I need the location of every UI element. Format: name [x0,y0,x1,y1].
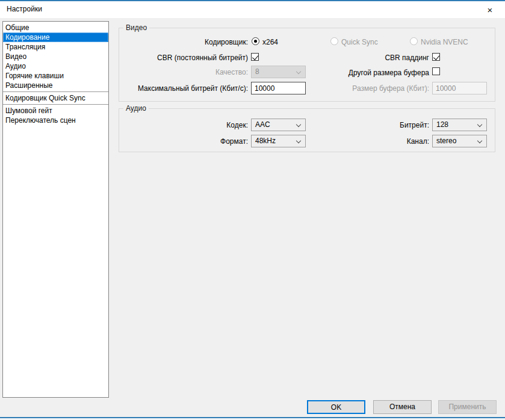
cbr-padding-checkbox[interactable] [432,53,440,61]
sidebar-item-quicksync-encoder[interactable]: Кодировщик Quick Sync [3,93,108,103]
sidebar-item-audio[interactable]: Аудио [3,61,108,71]
custom-buffer-label: Другой размера буфера [319,69,429,78]
sidebar-item-hotkeys[interactable]: Горячие клавиши [3,71,108,81]
chevron-down-icon [477,138,482,143]
buffer-size-input [432,82,487,94]
cbr-checkbox[interactable] [251,53,259,61]
format-dropdown[interactable]: 48kHz [251,135,306,147]
radio-x264-label[interactable]: x264 [262,38,278,47]
sidebar-item-general[interactable]: Общие [3,23,108,32]
audio-bitrate-dropdown[interactable]: 128 [432,119,487,131]
chevron-down-icon [296,122,301,127]
sidebar-item-encoding[interactable]: Кодирование [3,32,108,42]
radio-nvidia-nvenc-label: Nvidia NVENC [421,38,468,47]
cancel-button[interactable]: Отмена [373,400,432,414]
radio-x264[interactable] [252,37,259,45]
max-bitrate-label: Максимальный битрейт (Кбит/с): [120,84,248,93]
radio-quick-sync [330,37,338,45]
quality-dropdown: 8 [251,66,306,78]
close-icon[interactable]: × [482,3,498,16]
quality-label: Качество: [138,68,248,77]
video-group-legend: Видео [123,23,149,32]
buffer-size-label: Размер буфера (Кбит): [319,84,429,93]
apply-button: Применить [438,400,497,414]
cbr-label: CBR (постоянный битрейт) [138,54,248,63]
settings-category-list: Общие Кодирование Трансляция Видео Аудио… [2,21,109,398]
cbr-padding-label: CBR паддинг [319,54,429,63]
sidebar-item-noise-gate[interactable]: Шумовой гейт [3,106,108,116]
chevron-down-icon [477,122,482,127]
settings-dialog: Настройки × Общие Кодирование Трансляция… [0,0,505,420]
encoder-label: Кодировщик: [138,38,248,47]
sidebar-item-scene-switcher[interactable]: Переключатель сцен [3,116,108,125]
sidebar-item-broadcast[interactable]: Трансляция [3,42,108,52]
format-value: 48kHz [255,137,276,145]
window-title: Настройки [7,5,42,13]
ok-button[interactable]: OK [307,400,365,414]
sidebar-item-video[interactable]: Видео [3,52,108,61]
audio-group-legend: Аудио [123,104,149,113]
custom-buffer-checkbox[interactable] [432,67,440,75]
quality-value: 8 [255,67,259,76]
audio-bitrate-value: 128 [436,120,448,129]
radio-quick-sync-label: Quick Sync [341,38,378,47]
channel-dropdown[interactable]: stereo [432,135,487,147]
title-bar: Настройки × [0,1,505,18]
radio-nvidia-nvenc [410,37,418,45]
format-label: Формат: [138,137,248,146]
channel-label: Канал: [319,137,429,146]
codec-label: Кодек: [138,121,248,130]
codec-dropdown[interactable]: AAC [251,119,306,131]
sidebar-separator [3,104,108,105]
codec-value: AAC [255,120,270,129]
sidebar-separator [3,91,108,92]
max-bitrate-input[interactable] [251,82,306,94]
channel-value: stereo [436,137,456,145]
chevron-down-icon [296,138,301,143]
chevron-down-icon [296,69,301,74]
sidebar-item-advanced[interactable]: Расширенные [3,81,108,90]
audio-bitrate-label: Битрейт: [319,121,429,130]
